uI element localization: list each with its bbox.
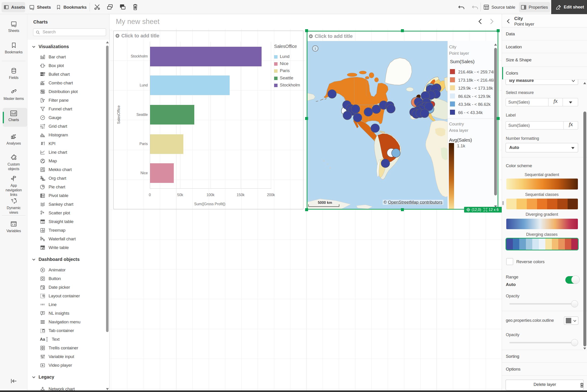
svg-text:x: x: [12, 223, 14, 226]
svg-text:Aa: Aa: [40, 337, 46, 342]
